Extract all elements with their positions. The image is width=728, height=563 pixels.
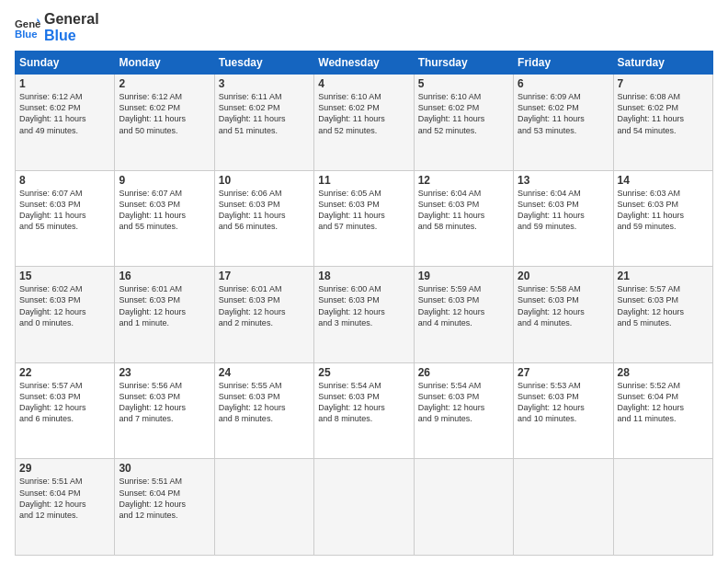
day-number: 25 (318, 366, 409, 379)
day-number: 24 (219, 366, 310, 379)
calendar-cell: 18Sunrise: 6:00 AM Sunset: 6:03 PM Dayli… (314, 267, 414, 363)
calendar-cell: 1Sunrise: 6:12 AM Sunset: 6:02 PM Daylig… (16, 75, 115, 171)
day-number: 20 (518, 270, 609, 282)
logo: General Blue General Blue (15, 11, 99, 43)
calendar-cell: 9Sunrise: 6:07 AM Sunset: 6:03 PM Daylig… (115, 170, 214, 267)
day-number: 26 (418, 366, 509, 379)
day-number: 10 (219, 174, 310, 187)
day-number: 6 (518, 77, 609, 90)
cell-daylight-info: Sunrise: 5:57 AM Sunset: 6:03 PM Dayligh… (19, 380, 110, 425)
weekday-header-saturday: Saturday (613, 52, 712, 75)
calendar-cell (613, 459, 712, 556)
weekday-header-monday: Monday (115, 52, 214, 75)
cell-daylight-info: Sunrise: 5:59 AM Sunset: 6:03 PM Dayligh… (418, 283, 509, 328)
calendar-cell: 11Sunrise: 6:05 AM Sunset: 6:03 PM Dayli… (314, 170, 414, 267)
calendar-cell: 2Sunrise: 6:12 AM Sunset: 6:02 PM Daylig… (115, 75, 214, 171)
cell-daylight-info: Sunrise: 6:03 AM Sunset: 6:03 PM Dayligh… (618, 188, 709, 233)
cell-daylight-info: Sunrise: 6:10 AM Sunset: 6:02 PM Dayligh… (418, 91, 509, 136)
logo-text-line2: Blue (44, 28, 99, 44)
day-number: 15 (19, 270, 110, 282)
cell-daylight-info: Sunrise: 6:02 AM Sunset: 6:03 PM Dayligh… (19, 283, 110, 328)
cell-daylight-info: Sunrise: 6:11 AM Sunset: 6:02 PM Dayligh… (219, 91, 310, 136)
calendar-cell: 23Sunrise: 5:56 AM Sunset: 6:03 PM Dayli… (115, 362, 214, 459)
cell-daylight-info: Sunrise: 6:04 AM Sunset: 6:03 PM Dayligh… (518, 188, 609, 233)
day-number: 9 (119, 174, 210, 187)
calendar-table: SundayMondayTuesdayWednesdayThursdayFrid… (15, 51, 713, 556)
day-number: 7 (618, 77, 709, 90)
cell-daylight-info: Sunrise: 5:51 AM Sunset: 6:04 PM Dayligh… (119, 476, 210, 521)
day-number: 21 (618, 270, 709, 282)
calendar-cell (514, 459, 613, 556)
cell-daylight-info: Sunrise: 5:52 AM Sunset: 6:04 PM Dayligh… (618, 380, 709, 425)
cell-daylight-info: Sunrise: 6:05 AM Sunset: 6:03 PM Dayligh… (318, 188, 409, 233)
weekday-header-tuesday: Tuesday (214, 52, 313, 75)
day-number: 28 (618, 366, 709, 379)
calendar-cell: 22Sunrise: 5:57 AM Sunset: 6:03 PM Dayli… (16, 362, 115, 459)
calendar-cell: 16Sunrise: 6:01 AM Sunset: 6:03 PM Dayli… (115, 267, 214, 363)
cell-daylight-info: Sunrise: 5:54 AM Sunset: 6:03 PM Dayligh… (418, 380, 509, 425)
cell-daylight-info: Sunrise: 6:07 AM Sunset: 6:03 PM Dayligh… (19, 188, 110, 233)
calendar-cell: 4Sunrise: 6:10 AM Sunset: 6:02 PM Daylig… (314, 75, 414, 171)
calendar-cell: 28Sunrise: 5:52 AM Sunset: 6:04 PM Dayli… (613, 362, 712, 459)
cell-daylight-info: Sunrise: 6:12 AM Sunset: 6:02 PM Dayligh… (119, 91, 210, 136)
calendar-cell: 12Sunrise: 6:04 AM Sunset: 6:03 PM Dayli… (414, 170, 513, 267)
calendar-cell: 6Sunrise: 6:09 AM Sunset: 6:02 PM Daylig… (514, 75, 613, 171)
calendar-cell (414, 459, 513, 556)
weekday-header-friday: Friday (514, 52, 613, 75)
calendar-cell: 15Sunrise: 6:02 AM Sunset: 6:03 PM Dayli… (16, 267, 115, 363)
calendar-cell: 26Sunrise: 5:54 AM Sunset: 6:03 PM Dayli… (414, 362, 513, 459)
day-number: 12 (418, 174, 509, 187)
day-number: 19 (418, 270, 509, 282)
cell-daylight-info: Sunrise: 6:01 AM Sunset: 6:03 PM Dayligh… (219, 283, 310, 328)
cell-daylight-info: Sunrise: 6:08 AM Sunset: 6:02 PM Dayligh… (618, 91, 709, 136)
cell-daylight-info: Sunrise: 6:12 AM Sunset: 6:02 PM Dayligh… (19, 91, 110, 136)
cell-daylight-info: Sunrise: 6:06 AM Sunset: 6:03 PM Dayligh… (219, 188, 310, 233)
cell-daylight-info: Sunrise: 6:00 AM Sunset: 6:03 PM Dayligh… (318, 283, 409, 328)
calendar-cell: 24Sunrise: 5:55 AM Sunset: 6:03 PM Dayli… (214, 362, 313, 459)
calendar-cell: 27Sunrise: 5:53 AM Sunset: 6:03 PM Dayli… (514, 362, 613, 459)
cell-daylight-info: Sunrise: 5:54 AM Sunset: 6:03 PM Dayligh… (318, 380, 409, 425)
page: General Blue General Blue SundayMondayTu… (0, 0, 728, 563)
calendar-cell: 3Sunrise: 6:11 AM Sunset: 6:02 PM Daylig… (214, 75, 313, 171)
day-number: 11 (318, 174, 409, 187)
weekday-header-sunday: Sunday (16, 52, 115, 75)
cell-daylight-info: Sunrise: 5:56 AM Sunset: 6:03 PM Dayligh… (119, 380, 210, 425)
cell-daylight-info: Sunrise: 6:01 AM Sunset: 6:03 PM Dayligh… (119, 283, 210, 328)
cell-daylight-info: Sunrise: 5:57 AM Sunset: 6:03 PM Dayligh… (618, 283, 709, 328)
calendar-cell: 14Sunrise: 6:03 AM Sunset: 6:03 PM Dayli… (613, 170, 712, 267)
header: General Blue General Blue (15, 11, 713, 43)
cell-daylight-info: Sunrise: 5:58 AM Sunset: 6:03 PM Dayligh… (518, 283, 609, 328)
calendar-cell: 10Sunrise: 6:06 AM Sunset: 6:03 PM Dayli… (214, 170, 313, 267)
cell-daylight-info: Sunrise: 6:07 AM Sunset: 6:03 PM Dayligh… (119, 188, 210, 233)
cell-daylight-info: Sunrise: 6:09 AM Sunset: 6:02 PM Dayligh… (518, 91, 609, 136)
calendar-cell: 25Sunrise: 5:54 AM Sunset: 6:03 PM Dayli… (314, 362, 414, 459)
cell-daylight-info: Sunrise: 6:10 AM Sunset: 6:02 PM Dayligh… (318, 91, 409, 136)
svg-text:Blue: Blue (15, 29, 38, 40)
day-number: 23 (119, 366, 210, 379)
calendar-cell: 21Sunrise: 5:57 AM Sunset: 6:03 PM Dayli… (613, 267, 712, 363)
calendar-cell: 29Sunrise: 5:51 AM Sunset: 6:04 PM Dayli… (16, 459, 115, 556)
day-number: 8 (19, 174, 110, 187)
calendar-cell: 19Sunrise: 5:59 AM Sunset: 6:03 PM Dayli… (414, 267, 513, 363)
calendar-cell (314, 459, 414, 556)
day-number: 4 (318, 77, 409, 90)
calendar-cell: 30Sunrise: 5:51 AM Sunset: 6:04 PM Dayli… (115, 459, 214, 556)
weekday-header-thursday: Thursday (414, 52, 513, 75)
cell-daylight-info: Sunrise: 5:55 AM Sunset: 6:03 PM Dayligh… (219, 380, 310, 425)
calendar-cell: 17Sunrise: 6:01 AM Sunset: 6:03 PM Dayli… (214, 267, 313, 363)
calendar-cell: 20Sunrise: 5:58 AM Sunset: 6:03 PM Dayli… (514, 267, 613, 363)
day-number: 1 (19, 77, 110, 90)
calendar-cell: 5Sunrise: 6:10 AM Sunset: 6:02 PM Daylig… (414, 75, 513, 171)
calendar-cell (214, 459, 313, 556)
calendar-cell: 13Sunrise: 6:04 AM Sunset: 6:03 PM Dayli… (514, 170, 613, 267)
cell-daylight-info: Sunrise: 5:53 AM Sunset: 6:03 PM Dayligh… (518, 380, 609, 425)
logo-icon: General Blue (15, 15, 40, 40)
day-number: 17 (219, 270, 310, 282)
day-number: 27 (518, 366, 609, 379)
day-number: 16 (119, 270, 210, 282)
day-number: 30 (119, 462, 210, 475)
day-number: 14 (618, 174, 709, 187)
day-number: 22 (19, 366, 110, 379)
day-number: 2 (119, 77, 210, 90)
calendar-cell: 7Sunrise: 6:08 AM Sunset: 6:02 PM Daylig… (613, 75, 712, 171)
